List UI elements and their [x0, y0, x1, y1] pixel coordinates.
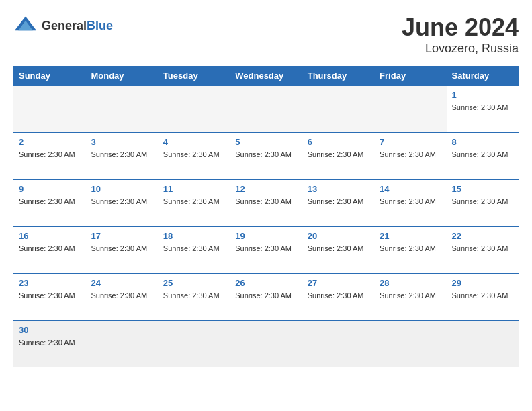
calendar-cell: 16Sunrise: 2:30 AM — [13, 226, 85, 273]
calendar-week-row: 2Sunrise: 2:30 AM3Sunrise: 2:30 AM4Sunri… — [13, 132, 519, 179]
calendar-cell — [230, 320, 302, 367]
day-info: Sunrise: 2:30 AM — [452, 197, 508, 205]
calendar-cell: 8Sunrise: 2:30 AM — [447, 132, 519, 179]
calendar-cell — [85, 320, 157, 367]
calendar-cell: 17Sunrise: 2:30 AM — [85, 226, 157, 273]
calendar-cell: 22Sunrise: 2:30 AM — [447, 226, 519, 273]
day-info: Sunrise: 2:30 AM — [163, 291, 220, 300]
page-header: GeneralBlue June 2024 Lovozero, Russia — [13, 13, 519, 56]
calendar-table: Sunday Monday Tuesday Wednesday Thursday… — [13, 66, 519, 367]
day-number: 18 — [163, 231, 224, 241]
day-info: Sunrise: 2:30 AM — [452, 150, 508, 158]
calendar-cell — [13, 85, 85, 132]
day-info: Sunrise: 2:30 AM — [91, 244, 147, 253]
day-number: 17 — [91, 231, 152, 241]
day-info: Sunrise: 2:30 AM — [235, 244, 292, 253]
day-number: 25 — [163, 278, 224, 288]
calendar-cell: 9Sunrise: 2:30 AM — [13, 179, 85, 226]
day-info: Sunrise: 2:30 AM — [380, 291, 436, 300]
calendar-week-row: 30Sunrise: 2:30 AM — [13, 320, 519, 367]
day-info: Sunrise: 2:30 AM — [308, 197, 364, 205]
day-number: 16 — [19, 231, 80, 241]
day-info: Sunrise: 2:30 AM — [308, 291, 364, 300]
calendar-cell: 11Sunrise: 2:30 AM — [158, 179, 230, 226]
day-number: 3 — [91, 137, 152, 147]
day-number: 10 — [91, 184, 152, 194]
day-number: 14 — [380, 184, 441, 194]
day-info: Sunrise: 2:30 AM — [163, 197, 220, 205]
calendar-cell: 10Sunrise: 2:30 AM — [85, 179, 157, 226]
day-info: Sunrise: 2:30 AM — [19, 291, 75, 300]
day-info: Sunrise: 2:30 AM — [91, 197, 147, 205]
calendar-cell — [158, 85, 230, 132]
calendar-cell — [302, 320, 374, 367]
day-number: 22 — [452, 231, 513, 241]
calendar-week-row: 23Sunrise: 2:30 AM24Sunrise: 2:30 AM25Su… — [13, 273, 519, 320]
day-number: 21 — [380, 231, 441, 241]
calendar-cell: 20Sunrise: 2:30 AM — [302, 226, 374, 273]
day-info: Sunrise: 2:30 AM — [235, 291, 292, 300]
day-info: Sunrise: 2:30 AM — [19, 338, 75, 347]
title-area: June 2024 Lovozero, Russia — [402, 13, 519, 56]
col-saturday: Saturday — [447, 66, 519, 85]
day-number: 2 — [19, 137, 80, 147]
calendar-cell — [230, 85, 302, 132]
calendar-cell: 27Sunrise: 2:30 AM — [302, 273, 374, 320]
calendar-subtitle: Lovozero, Russia — [402, 42, 519, 56]
calendar-cell: 15Sunrise: 2:30 AM — [447, 179, 519, 226]
day-number: 19 — [235, 231, 296, 241]
day-info: Sunrise: 2:30 AM — [452, 244, 508, 253]
calendar-cell — [374, 85, 446, 132]
calendar-cell: 21Sunrise: 2:30 AM — [374, 226, 446, 273]
calendar-cell: 19Sunrise: 2:30 AM — [230, 226, 302, 273]
col-friday: Friday — [374, 66, 446, 85]
day-number: 27 — [308, 278, 369, 288]
day-number: 11 — [163, 184, 224, 194]
day-number: 23 — [19, 278, 80, 288]
calendar-cell: 12Sunrise: 2:30 AM — [230, 179, 302, 226]
day-info: Sunrise: 2:30 AM — [19, 244, 75, 253]
calendar-cell — [158, 320, 230, 367]
day-number: 15 — [452, 184, 513, 194]
day-info: Sunrise: 2:30 AM — [308, 150, 364, 158]
logo-general: General — [42, 19, 87, 32]
col-thursday: Thursday — [302, 66, 374, 85]
logo-blue: Blue — [87, 19, 113, 32]
calendar-week-row: 9Sunrise: 2:30 AM10Sunrise: 2:30 AM11Sun… — [13, 179, 519, 226]
day-number: 4 — [163, 137, 224, 147]
day-number: 29 — [452, 278, 513, 288]
calendar-cell — [302, 85, 374, 132]
calendar-cell: 4Sunrise: 2:30 AM — [158, 132, 230, 179]
calendar-cell: 5Sunrise: 2:30 AM — [230, 132, 302, 179]
day-number: 26 — [235, 278, 296, 288]
calendar-week-row: 1Sunrise: 2:30 AM — [13, 85, 519, 132]
calendar-cell: 3Sunrise: 2:30 AM — [85, 132, 157, 179]
day-info: Sunrise: 2:30 AM — [91, 150, 147, 158]
logo-icon — [13, 13, 38, 38]
day-number: 20 — [308, 231, 369, 241]
calendar-cell: 14Sunrise: 2:30 AM — [374, 179, 446, 226]
day-info: Sunrise: 2:30 AM — [91, 291, 147, 300]
calendar-cell — [374, 320, 446, 367]
calendar-cell: 30Sunrise: 2:30 AM — [13, 320, 85, 367]
day-number: 30 — [19, 325, 80, 335]
col-tuesday: Tuesday — [158, 66, 230, 85]
col-wednesday: Wednesday — [230, 66, 302, 85]
day-number: 6 — [308, 137, 369, 147]
logo: GeneralBlue — [13, 13, 113, 38]
calendar-cell: 18Sunrise: 2:30 AM — [158, 226, 230, 273]
calendar-week-row: 16Sunrise: 2:30 AM17Sunrise: 2:30 AM18Su… — [13, 226, 519, 273]
day-number: 9 — [19, 184, 80, 194]
day-number: 8 — [452, 137, 513, 147]
day-info: Sunrise: 2:30 AM — [380, 244, 436, 253]
col-sunday: Sunday — [13, 66, 85, 85]
day-number: 7 — [380, 137, 441, 147]
calendar-cell: 28Sunrise: 2:30 AM — [374, 273, 446, 320]
calendar-cell: 26Sunrise: 2:30 AM — [230, 273, 302, 320]
calendar-header-row: Sunday Monday Tuesday Wednesday Thursday… — [13, 66, 519, 85]
day-number: 5 — [235, 137, 296, 147]
day-info: Sunrise: 2:30 AM — [163, 150, 220, 158]
day-info: Sunrise: 2:30 AM — [380, 197, 436, 205]
day-number: 13 — [308, 184, 369, 194]
calendar-cell: 23Sunrise: 2:30 AM — [13, 273, 85, 320]
